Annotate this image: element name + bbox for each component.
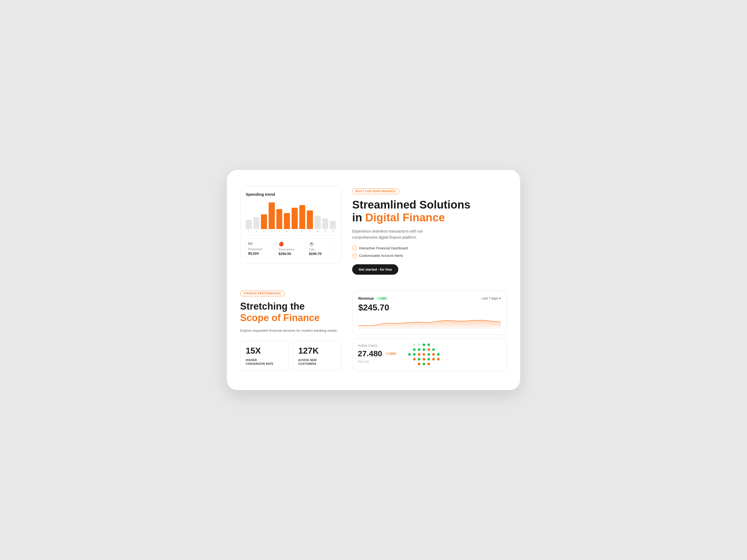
dot: – [446,353,449,356]
category-name: Cafe [309,248,334,251]
dot: – [446,358,449,361]
dot [413,344,416,346]
spending-categories: 🍽 Restaurants $5,024 🍎 Subscriptions $25… [246,238,336,259]
bar-col: 5 [276,209,283,233]
category-name: Restaurants [248,248,273,251]
dot [428,348,430,351]
bottom-right: Revenue + 4.8% Last 7 days ▾ $245.70 [352,291,507,371]
bar [253,217,260,229]
cta-button[interactable]: Get started - for free [352,264,398,275]
dot [422,358,425,361]
dot [422,348,425,351]
hero-subtext: Experience seamless transactions with ou… [352,228,443,240]
bar [276,209,283,229]
section-heading-orange: Scope of Finance [240,312,319,323]
dot: – [432,344,435,346]
bar-label: 3 [263,230,265,233]
dot: – [442,353,444,356]
dot [413,358,416,361]
dot: – [437,363,440,365]
bar [246,220,252,229]
dot: – [403,348,406,351]
category-item: ☕ Cafe $245.70 [307,238,336,259]
dot [428,353,430,356]
users-count: 27.480 + 2.95% [358,349,398,358]
dot: – [413,363,416,365]
feature-list: Interactive Financial DashboardCustomiza… [352,246,507,258]
hero-heading: Streamlined Solutions in Digital Finance [352,198,507,224]
section-heading-line1: Stretching the [240,301,305,312]
bar-col: 1 [246,220,252,233]
dot [418,344,420,346]
dot [428,358,430,361]
stat-value: 127K [298,346,336,356]
bar-label: 11 [324,230,327,233]
bar-col: 3 [261,214,267,233]
bar-chart: 123456789101112 [246,201,336,233]
bar-label: 5 [279,230,280,233]
dot [408,353,411,356]
bottom-section: FINANCE PERFORMANCE Stretching the Scope… [240,291,507,371]
bar-col: 4 [269,203,275,233]
dot [432,358,435,361]
revenue-card: Revenue + 4.8% Last 7 days ▾ $245.70 [352,291,507,335]
built-for-badge: BUILT FOR PERFORMANCE [352,189,400,194]
stat-card: 127K ACHIVE NEW CUSTOMERS [293,341,341,371]
bar-label: 7 [294,230,295,233]
bar-label: 9 [309,230,311,233]
bottom-left: FINANCE PERFORMANCE Stretching the Scope… [240,291,341,371]
dot: – [437,348,440,351]
dot [418,358,420,361]
bar-col: 2 [253,217,260,233]
stat-label: HIGHER CONVERSION RATE [246,358,283,366]
bar-col: 7 [291,208,298,233]
dot: – [442,344,444,346]
dot-grid: ––––––––––––––––––––––––– [403,344,501,366]
bar-col: 8 [299,205,306,233]
category-item: 🍎 Subscriptions $256.50 [276,238,306,259]
bar-col: 9 [307,210,313,233]
period-select[interactable]: Last 7 days ▾ [482,296,501,300]
revenue-chart [358,316,501,329]
category-icon: ☕ [309,241,334,246]
users-number: 27.480 [358,349,382,358]
bar-label: 6 [286,230,288,233]
bar [284,213,290,229]
bar-col: 11 [322,218,328,233]
revenue-title: Revenue [358,296,374,300]
stat-value: 15X [246,346,283,356]
dot: – [408,348,411,351]
dot: – [437,344,440,346]
dot: – [446,348,449,351]
dot [422,353,425,356]
users-badge: + 2.95% [384,352,398,356]
dot [413,353,416,356]
bar-label: 12 [332,230,334,233]
category-icon: 🍽 [248,241,273,246]
bar-col: 12 [330,221,336,233]
stats-row: 15X HIGHER CONVERSION RATE 127K ACHIVE N… [240,341,341,371]
dot [428,344,430,346]
feature-label: Customizable Account Alerts [359,254,403,258]
bar [261,214,267,229]
divider [246,235,336,235]
dot [432,348,435,351]
dot [422,344,425,346]
section-heading: Stretching the Scope of Finance [240,300,341,323]
bar [269,203,275,229]
dot [418,363,420,365]
bar-label: 8 [302,230,303,233]
revenue-title-row: Revenue + 4.8% [358,296,388,300]
dot: – [408,344,411,346]
dot: – [403,358,406,361]
category-item: 🍽 Restaurants $5,024 [246,238,275,259]
dot: – [442,358,444,361]
dot: – [403,363,406,365]
feature-label: Interactive Financial Dashboard [359,246,408,250]
device-frame: Spending trend 123456789101112 🍽 Restaur… [227,170,520,390]
dot: – [442,348,444,351]
feature-item: Interactive Financial Dashboard [352,246,507,250]
bar [314,216,321,229]
dot: – [446,363,449,365]
bar [291,208,298,229]
